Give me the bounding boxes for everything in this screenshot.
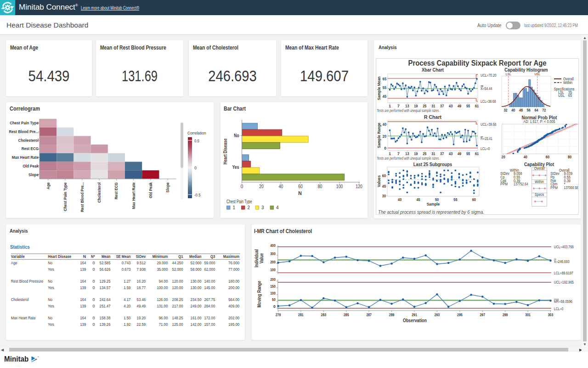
svg-text:MR=59.0596: MR=59.0596 <box>554 299 572 304</box>
svg-text:StDev: StDev <box>136 254 146 259</box>
svg-text:No: No <box>234 133 239 138</box>
svg-text:49: 49 <box>458 151 461 156</box>
svg-text:52.000: 52.000 <box>172 267 183 272</box>
svg-text:Chest Pain Type: Chest Pain Type <box>226 199 252 204</box>
svg-text:45: 45 <box>417 197 420 202</box>
svg-text:32: 32 <box>503 108 507 112</box>
svg-text:50: 50 <box>272 297 276 302</box>
svg-text:X=246.693: X=246.693 <box>554 259 570 264</box>
svg-text:284.00: 284.00 <box>204 304 215 308</box>
svg-text:56: 56 <box>527 108 531 112</box>
svg-text:76.000: 76.000 <box>228 261 239 265</box>
svg-text:279: 279 <box>276 312 281 317</box>
svg-text:200.00: 200.00 <box>228 285 239 290</box>
svg-text:40: 40 <box>398 197 401 202</box>
svg-text:0: 0 <box>92 297 95 302</box>
svg-text:180.00: 180.00 <box>228 279 239 284</box>
svg-text:52.000: 52.000 <box>191 261 202 265</box>
svg-text:120: 120 <box>356 184 362 189</box>
svg-text:Rest Blood Pre...: Rest Blood Pre... <box>80 182 85 212</box>
svg-text:Maximum: Maximum <box>223 254 239 259</box>
svg-text:-0.5: -0.5 <box>194 193 201 197</box>
svg-text:0: 0 <box>92 322 95 327</box>
svg-text:45: 45 <box>383 94 386 99</box>
svg-text:49: 49 <box>458 104 461 108</box>
svg-text:297: 297 <box>480 312 485 317</box>
svg-text:131.00: 131.00 <box>157 304 168 308</box>
svg-text:142.00: 142.00 <box>191 322 202 327</box>
svg-text:291: 291 <box>412 312 417 317</box>
svg-text:Sample: Sample <box>427 201 440 206</box>
svg-text:9.512: 9.512 <box>137 261 146 265</box>
svg-text:60: 60 <box>546 155 549 159</box>
svg-text:13: 13 <box>405 151 409 156</box>
svg-text:1.92: 1.92 <box>124 322 130 327</box>
svg-text:120.00: 120.00 <box>172 285 183 290</box>
svg-text:53.46: 53.46 <box>137 297 146 302</box>
svg-text:139.26: 139.26 <box>100 322 111 327</box>
svg-text:72: 72 <box>542 108 546 112</box>
svg-text:295: 295 <box>457 312 463 317</box>
svg-text:137752.64: 137752.64 <box>514 182 528 186</box>
svg-text:100: 100 <box>270 268 276 272</box>
svg-text:43: 43 <box>449 104 452 108</box>
svg-text:Cholesterol: Cholesterol <box>11 297 29 302</box>
svg-text:61: 61 <box>475 104 479 108</box>
svg-text:139: 139 <box>80 322 86 327</box>
svg-text:164: 164 <box>80 261 86 265</box>
svg-text:77.000: 77.000 <box>228 267 239 272</box>
svg-text:96.00: 96.00 <box>159 316 168 320</box>
svg-text:1: 1 <box>389 151 391 156</box>
svg-text:150: 150 <box>270 284 276 289</box>
svg-text:No: No <box>48 279 52 284</box>
svg-text:UCL=70.20: UCL=70.20 <box>481 73 497 78</box>
svg-text:100: 100 <box>336 184 343 189</box>
svg-text:0: 0 <box>92 279 95 284</box>
svg-text:Process Capability Sixpack Rep: Process Capability Sixpack Report for Ag… <box>408 59 547 67</box>
svg-text:Tests are performed with unequ: Tests are performed with unequal sample … <box>377 156 440 161</box>
svg-text:1.27: 1.27 <box>124 279 130 284</box>
svg-text:4.20: 4.20 <box>124 304 130 308</box>
svg-text:Observation: Observation <box>403 318 427 323</box>
svg-text:Chest Pain Type: Chest Pain Type <box>63 182 68 211</box>
svg-text:45: 45 <box>382 184 386 189</box>
svg-text:Max Heart Rate: Max Heart Rate <box>11 316 36 320</box>
svg-text:1: 1 <box>389 104 391 108</box>
svg-text:301: 301 <box>525 312 531 317</box>
svg-text:PPM: PPM <box>550 185 558 190</box>
svg-text:148.25: 148.25 <box>172 316 183 320</box>
svg-text:The actual process spread is r: The actual process spread is represented… <box>378 209 484 215</box>
svg-text:Yes: Yes <box>48 322 54 327</box>
svg-text:No: No <box>48 261 52 265</box>
svg-text:139: 139 <box>80 267 86 272</box>
svg-text:LCL=0: LCL=0 <box>481 146 490 151</box>
svg-text:USL: USL <box>534 72 540 76</box>
svg-text:Overall: Overall <box>534 166 545 171</box>
svg-text:0: 0 <box>92 304 95 308</box>
svg-text:44.250: 44.250 <box>172 261 183 265</box>
svg-text:172.00: 172.00 <box>204 316 215 320</box>
svg-text:Q1: Q1 <box>178 254 183 259</box>
svg-text:Moving Range: Moving Range <box>257 281 262 307</box>
svg-text:Xbar Chart: Xbar Chart <box>422 67 444 72</box>
svg-text:Statistics: Statistics <box>10 244 30 250</box>
svg-text:No: No <box>48 316 52 320</box>
svg-text:137068.58: 137068.58 <box>564 185 578 190</box>
svg-text:20: 20 <box>502 155 505 159</box>
svg-text:Old Peak: Old Peak <box>148 182 153 198</box>
svg-text:Slope: Slope <box>165 182 170 192</box>
svg-text:Specs: Specs <box>535 192 544 197</box>
svg-text:Value: Value <box>259 253 264 263</box>
svg-text:139: 139 <box>80 304 86 308</box>
svg-text:202.00: 202.00 <box>228 316 239 320</box>
svg-text:LCL=38.68: LCL=38.68 <box>481 99 496 104</box>
svg-text:217.00: 217.00 <box>172 304 183 308</box>
svg-text:1: 1 <box>233 205 236 210</box>
svg-text:3: 3 <box>261 205 264 210</box>
svg-text:USL: USL <box>558 93 565 98</box>
svg-text:126.00: 126.00 <box>157 297 168 302</box>
svg-text:129.25: 129.25 <box>100 279 111 284</box>
svg-text:120.00: 120.00 <box>172 279 183 284</box>
svg-text:0: 0 <box>92 261 95 265</box>
svg-text:Chest Pain Type: Chest Pain Type <box>10 121 39 125</box>
